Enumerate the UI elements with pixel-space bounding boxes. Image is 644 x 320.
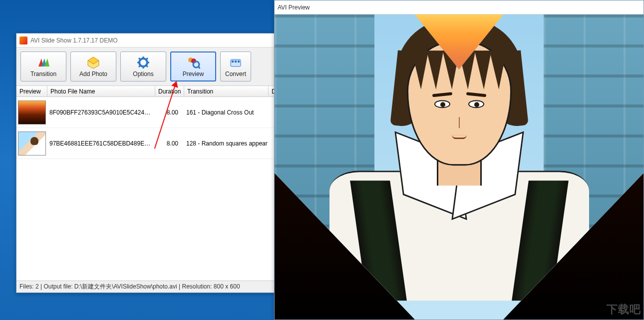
svg-line-12 [198,66,200,68]
list-row[interactable]: 97BE46881EEE761C58DEBD489EE54... 8.00 12… [16,128,275,159]
options-icon [136,56,150,70]
col-duration[interactable]: Duration [155,86,184,96]
options-button[interactable]: Options [120,52,166,82]
list-header: Preview Photo File Name Duration Transit… [16,86,275,97]
row-duration: 8.00 [155,109,184,116]
convert-label: Convert [225,70,246,78]
svg-rect-14 [232,60,234,62]
svg-rect-16 [238,60,240,62]
convert-button[interactable]: Convert [220,52,251,82]
svg-point-0 [139,58,147,66]
col-preview[interactable]: Preview [16,86,47,96]
row-duration: 8.00 [155,140,184,147]
add-photo-button[interactable]: Add Photo [70,52,116,82]
preview-label: Preview [183,70,204,78]
preview-canvas [275,14,644,320]
transition-label: Transition [30,70,56,78]
col-name[interactable]: Photo File Name [47,86,155,96]
svg-rect-15 [235,60,237,62]
thumbnail-icon [18,100,46,124]
add-photo-icon [86,56,100,70]
list-row[interactable]: 8F090BFF276393C5A9010E5C4242F0... 8.00 1… [16,97,275,128]
photo-list: Preview Photo File Name Duration Transit… [16,86,275,271]
svg-line-7 [139,66,140,67]
statusbar: Files: 2 | Output file: D:\新建文件夹\AVISlid… [16,280,275,292]
preview-icon [186,56,200,70]
preview-title: AVI Preview [278,4,310,11]
toolbar: Transition Add Photo Options Preview Con… [16,48,275,86]
status-text: Files: 2 | Output file: D:\新建文件夹\AVISlid… [19,282,240,291]
main-titlebar[interactable]: AVI Slide Show 1.7.17.17 DEMO [16,34,275,48]
convert-icon [229,56,243,70]
col-transition[interactable]: Transition [184,86,269,96]
main-title: AVI Slide Show 1.7.17.17 DEMO [30,37,118,44]
row-transition: 161 - Diagonal Cross Out [184,109,275,116]
svg-line-8 [146,58,148,60]
row-transition: 128 - Random squares appear [184,140,275,147]
preview-titlebar[interactable]: AVI Preview [275,0,644,14]
preview-button[interactable]: Preview [170,52,216,82]
row-filename: 97BE46881EEE761C58DEBD489EE54... [47,140,155,147]
svg-line-6 [146,66,148,67]
preview-window: AVI Preview [274,0,644,320]
add-photo-label: Add Photo [79,70,107,78]
svg-line-5 [139,58,140,60]
transition-icon [36,56,50,70]
app-icon [19,36,27,44]
main-window: AVI Slide Show 1.7.17.17 DEMO Transition… [16,33,276,293]
row-filename: 8F090BFF276393C5A9010E5C4242F0... [47,109,155,116]
transition-button[interactable]: Transition [20,52,66,82]
options-label: Options [133,70,153,78]
thumbnail-icon [18,132,46,156]
